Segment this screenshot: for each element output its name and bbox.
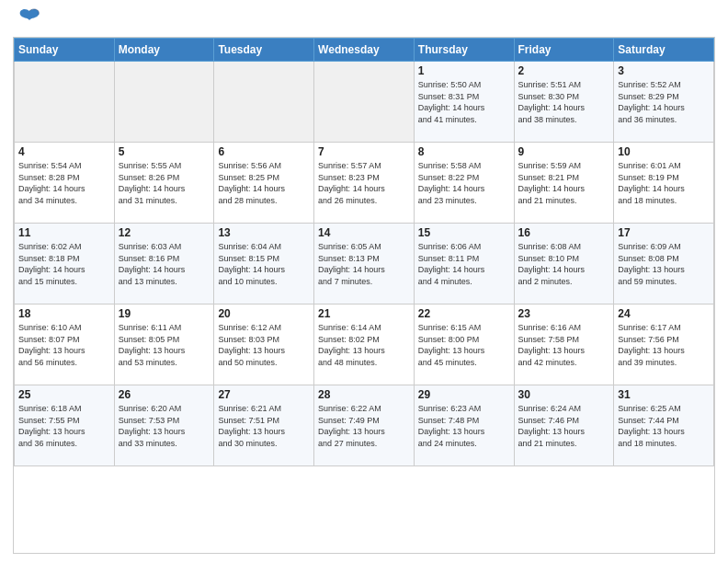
day-info: Sunrise: 6:01 AM Sunset: 8:19 PM Dayligh… bbox=[618, 160, 710, 206]
calendar-cell: 28Sunrise: 6:22 AM Sunset: 7:49 PM Dayli… bbox=[314, 385, 415, 466]
calendar-cell: 14Sunrise: 6:05 AM Sunset: 8:13 PM Dayli… bbox=[314, 224, 415, 304]
calendar-cell: 9Sunrise: 5:59 AM Sunset: 8:21 PM Daylig… bbox=[514, 143, 614, 224]
day-info: Sunrise: 5:52 AM Sunset: 8:29 PM Dayligh… bbox=[618, 79, 710, 125]
calendar-cell bbox=[214, 62, 314, 143]
calendar-cell: 29Sunrise: 6:23 AM Sunset: 7:48 PM Dayli… bbox=[414, 385, 514, 466]
day-info: Sunrise: 6:10 AM Sunset: 8:07 PM Dayligh… bbox=[18, 322, 110, 368]
day-number: 6 bbox=[218, 145, 310, 158]
day-info: Sunrise: 5:54 AM Sunset: 8:28 PM Dayligh… bbox=[18, 160, 110, 206]
day-info: Sunrise: 6:20 AM Sunset: 7:53 PM Dayligh… bbox=[119, 403, 210, 449]
day-info: Sunrise: 6:23 AM Sunset: 7:48 PM Dayligh… bbox=[418, 403, 510, 449]
calendar-cell: 27Sunrise: 6:21 AM Sunset: 7:51 PM Dayli… bbox=[214, 385, 314, 466]
calendar-cell: 18Sunrise: 6:10 AM Sunset: 8:07 PM Dayli… bbox=[15, 304, 115, 385]
calendar-cell: 30Sunrise: 6:24 AM Sunset: 7:46 PM Dayli… bbox=[514, 385, 614, 466]
week-row-2: 4Sunrise: 5:54 AM Sunset: 8:28 PM Daylig… bbox=[15, 143, 714, 224]
header-cell-tuesday: Tuesday bbox=[214, 39, 314, 62]
day-number: 26 bbox=[119, 388, 210, 401]
day-info: Sunrise: 6:04 AM Sunset: 8:15 PM Dayligh… bbox=[218, 241, 310, 287]
calendar-body: 1Sunrise: 5:50 AM Sunset: 8:31 PM Daylig… bbox=[15, 62, 714, 466]
day-number: 2 bbox=[518, 64, 610, 77]
day-number: 24 bbox=[618, 307, 710, 320]
day-info: Sunrise: 6:08 AM Sunset: 8:10 PM Dayligh… bbox=[518, 241, 610, 287]
calendar-cell bbox=[114, 62, 214, 143]
day-number: 22 bbox=[418, 307, 510, 320]
calendar-cell: 25Sunrise: 6:18 AM Sunset: 7:55 PM Dayli… bbox=[15, 385, 115, 466]
calendar-cell: 16Sunrise: 6:08 AM Sunset: 8:10 PM Dayli… bbox=[514, 224, 614, 304]
day-info: Sunrise: 6:02 AM Sunset: 8:18 PM Dayligh… bbox=[18, 241, 110, 287]
calendar-cell: 5Sunrise: 5:55 AM Sunset: 8:26 PM Daylig… bbox=[114, 143, 214, 224]
week-row-3: 11Sunrise: 6:02 AM Sunset: 8:18 PM Dayli… bbox=[15, 224, 714, 304]
day-number: 16 bbox=[518, 226, 610, 239]
day-info: Sunrise: 5:55 AM Sunset: 8:26 PM Dayligh… bbox=[119, 160, 210, 206]
day-number: 27 bbox=[218, 388, 310, 401]
day-info: Sunrise: 6:03 AM Sunset: 8:16 PM Dayligh… bbox=[119, 241, 210, 287]
day-number: 23 bbox=[518, 307, 610, 320]
header-cell-sunday: Sunday bbox=[15, 39, 115, 62]
day-number: 15 bbox=[418, 226, 510, 239]
page: SundayMondayTuesdayWednesdayThursdayFrid… bbox=[0, 0, 728, 563]
day-info: Sunrise: 5:56 AM Sunset: 8:25 PM Dayligh… bbox=[218, 160, 310, 206]
day-number: 13 bbox=[218, 226, 310, 239]
header-cell-monday: Monday bbox=[114, 39, 214, 62]
day-number: 5 bbox=[119, 145, 210, 158]
day-info: Sunrise: 5:57 AM Sunset: 8:23 PM Dayligh… bbox=[318, 160, 410, 206]
day-info: Sunrise: 6:12 AM Sunset: 8:03 PM Dayligh… bbox=[218, 322, 310, 368]
day-info: Sunrise: 6:21 AM Sunset: 7:51 PM Dayligh… bbox=[218, 403, 310, 449]
day-number: 14 bbox=[318, 226, 410, 239]
day-number: 8 bbox=[418, 145, 510, 158]
day-number: 18 bbox=[18, 307, 110, 320]
header bbox=[13, 9, 715, 31]
day-info: Sunrise: 6:09 AM Sunset: 8:08 PM Dayligh… bbox=[618, 241, 710, 287]
calendar-cell: 2Sunrise: 5:51 AM Sunset: 8:30 PM Daylig… bbox=[514, 62, 614, 143]
calendar-cell: 15Sunrise: 6:06 AM Sunset: 8:11 PM Dayli… bbox=[414, 224, 514, 304]
day-info: Sunrise: 5:50 AM Sunset: 8:31 PM Dayligh… bbox=[418, 79, 510, 125]
calendar-cell: 22Sunrise: 6:15 AM Sunset: 8:00 PM Dayli… bbox=[414, 304, 514, 385]
header-cell-wednesday: Wednesday bbox=[314, 39, 415, 62]
header-row: SundayMondayTuesdayWednesdayThursdayFrid… bbox=[15, 39, 714, 62]
calendar-cell: 17Sunrise: 6:09 AM Sunset: 8:08 PM Dayli… bbox=[614, 224, 714, 304]
calendar: SundayMondayTuesdayWednesdayThursdayFrid… bbox=[13, 37, 715, 554]
day-info: Sunrise: 6:24 AM Sunset: 7:46 PM Dayligh… bbox=[518, 403, 610, 449]
day-number: 20 bbox=[218, 307, 310, 320]
calendar-cell: 31Sunrise: 6:25 AM Sunset: 7:44 PM Dayli… bbox=[614, 385, 714, 466]
calendar-cell: 6Sunrise: 5:56 AM Sunset: 8:25 PM Daylig… bbox=[214, 143, 314, 224]
day-number: 30 bbox=[518, 388, 610, 401]
day-info: Sunrise: 6:18 AM Sunset: 7:55 PM Dayligh… bbox=[18, 403, 110, 449]
calendar-cell: 1Sunrise: 5:50 AM Sunset: 8:31 PM Daylig… bbox=[414, 62, 514, 143]
calendar-cell: 19Sunrise: 6:11 AM Sunset: 8:05 PM Dayli… bbox=[114, 304, 214, 385]
calendar-table: SundayMondayTuesdayWednesdayThursdayFrid… bbox=[14, 38, 714, 466]
day-info: Sunrise: 6:17 AM Sunset: 7:56 PM Dayligh… bbox=[618, 322, 710, 368]
day-number: 11 bbox=[18, 226, 110, 239]
day-number: 9 bbox=[518, 145, 610, 158]
day-number: 1 bbox=[418, 64, 510, 77]
day-info: Sunrise: 6:11 AM Sunset: 8:05 PM Dayligh… bbox=[119, 322, 210, 368]
calendar-cell: 20Sunrise: 6:12 AM Sunset: 8:03 PM Dayli… bbox=[214, 304, 314, 385]
header-cell-thursday: Thursday bbox=[414, 39, 514, 62]
logo-bird-icon bbox=[17, 6, 42, 31]
day-info: Sunrise: 6:16 AM Sunset: 7:58 PM Dayligh… bbox=[518, 322, 610, 368]
calendar-cell: 13Sunrise: 6:04 AM Sunset: 8:15 PM Dayli… bbox=[214, 224, 314, 304]
header-cell-friday: Friday bbox=[514, 39, 614, 62]
day-number: 29 bbox=[418, 388, 510, 401]
calendar-cell: 3Sunrise: 5:52 AM Sunset: 8:29 PM Daylig… bbox=[614, 62, 714, 143]
day-info: Sunrise: 6:05 AM Sunset: 8:13 PM Dayligh… bbox=[318, 241, 410, 287]
calendar-cell: 21Sunrise: 6:14 AM Sunset: 8:02 PM Dayli… bbox=[314, 304, 415, 385]
calendar-cell: 11Sunrise: 6:02 AM Sunset: 8:18 PM Dayli… bbox=[15, 224, 115, 304]
day-number: 28 bbox=[318, 388, 410, 401]
day-number: 17 bbox=[618, 226, 710, 239]
calendar-cell: 10Sunrise: 6:01 AM Sunset: 8:19 PM Dayli… bbox=[614, 143, 714, 224]
calendar-cell bbox=[314, 62, 415, 143]
logo bbox=[13, 9, 42, 31]
calendar-cell bbox=[15, 62, 115, 143]
day-info: Sunrise: 5:51 AM Sunset: 8:30 PM Dayligh… bbox=[518, 79, 610, 125]
day-number: 3 bbox=[618, 64, 710, 77]
day-number: 19 bbox=[119, 307, 210, 320]
day-info: Sunrise: 6:06 AM Sunset: 8:11 PM Dayligh… bbox=[418, 241, 510, 287]
day-number: 10 bbox=[618, 145, 710, 158]
calendar-cell: 8Sunrise: 5:58 AM Sunset: 8:22 PM Daylig… bbox=[414, 143, 514, 224]
day-number: 12 bbox=[119, 226, 210, 239]
calendar-cell: 12Sunrise: 6:03 AM Sunset: 8:16 PM Dayli… bbox=[114, 224, 214, 304]
day-info: Sunrise: 5:58 AM Sunset: 8:22 PM Dayligh… bbox=[418, 160, 510, 206]
day-info: Sunrise: 5:59 AM Sunset: 8:21 PM Dayligh… bbox=[518, 160, 610, 206]
calendar-cell: 26Sunrise: 6:20 AM Sunset: 7:53 PM Dayli… bbox=[114, 385, 214, 466]
